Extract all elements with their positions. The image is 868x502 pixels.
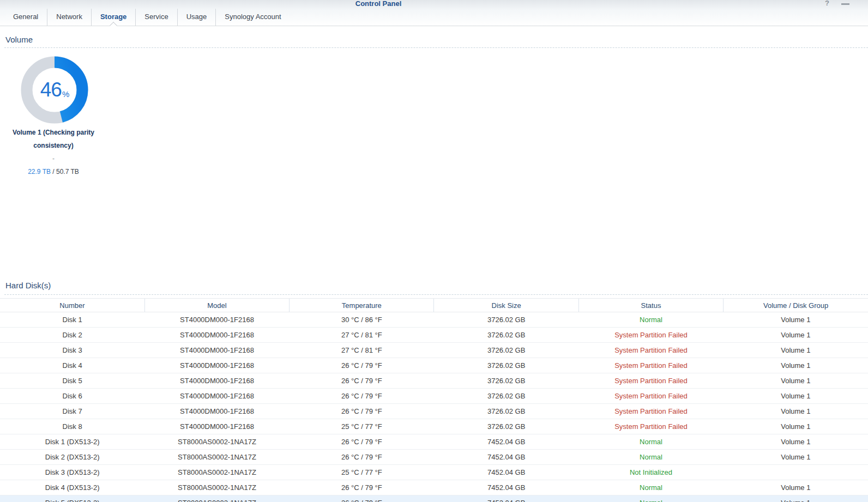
help-icon[interactable]: ? xyxy=(825,0,829,8)
disk-number: Disk 1 xyxy=(0,312,144,328)
disk-row[interactable]: Disk 5 ST4000DM000-1F2168 26 °C / 79 °F … xyxy=(0,373,868,389)
disk-row[interactable]: Disk 1 (DX513-2) ST8000AS0002-1NA17Z 26 … xyxy=(0,434,868,450)
disk-temperature: 26 °C / 79 °F xyxy=(290,450,434,465)
window-title: Control Panel xyxy=(355,0,402,8)
disk-number: Disk 4 (DX513-2) xyxy=(0,480,144,495)
disk-volume-group: Volume 1 xyxy=(724,434,868,450)
column-header-disk-size[interactable]: Disk Size xyxy=(434,299,578,312)
disk-size: 7452.04 GB xyxy=(434,465,578,480)
disk-status: System Partition Failed xyxy=(578,343,723,358)
disk-size: 3726.02 GB xyxy=(434,404,578,419)
disk-temperature: 26 °C / 79 °F xyxy=(290,373,434,389)
disk-status: Normal xyxy=(578,480,723,495)
disk-temperature: 30 °C / 86 °F xyxy=(290,312,434,328)
disk-number: Disk 6 xyxy=(0,389,144,404)
disk-number: Disk 2 (DX513-2) xyxy=(0,450,144,465)
disk-number: Disk 5 xyxy=(0,373,144,389)
disk-size: 7452.04 GB xyxy=(434,480,578,495)
tab-general[interactable]: General xyxy=(4,9,47,26)
disk-status: System Partition Failed xyxy=(578,419,723,434)
disk-size: 3726.02 GB xyxy=(434,419,578,434)
disk-size: 3726.02 GB xyxy=(434,343,578,358)
control-panel-window: Control Panel ? General Network Storage … xyxy=(0,0,868,502)
disk-row[interactable]: Disk 8 ST4000DM000-1F2168 25 °C / 77 °F … xyxy=(0,419,868,434)
disk-row[interactable]: Disk 5 (DX513-2) ST8000AS0002-1NA17Z 26 … xyxy=(0,495,868,502)
disk-temperature: 26 °C / 79 °F xyxy=(290,434,434,450)
tab-network[interactable]: Network xyxy=(47,9,91,26)
disk-row[interactable]: Disk 1 ST4000DM000-1F2168 30 °C / 86 °F … xyxy=(0,312,868,328)
volume-section-title: Volume xyxy=(5,35,868,44)
volume-name: Volume 1 (Checking parity consistency) xyxy=(4,126,103,152)
tab-bar: General Network Storage Service Usage Sy… xyxy=(4,9,290,26)
window-titlebar: Control Panel ? xyxy=(0,0,868,9)
disk-model: ST4000DM000-1F2168 xyxy=(144,404,289,419)
tab-storage[interactable]: Storage xyxy=(91,9,135,26)
volume-usage-donut: 46 % xyxy=(21,56,88,124)
disk-temperature: 25 °C / 77 °F xyxy=(290,465,434,480)
disk-size: 3726.02 GB xyxy=(434,389,578,404)
table-header: Number Model Temperature Disk Size Statu… xyxy=(0,299,868,312)
disk-row[interactable]: Disk 2 ST4000DM000-1F2168 27 °C / 81 °F … xyxy=(0,328,868,343)
disk-row[interactable]: Disk 4 ST4000DM000-1F2168 26 °C / 79 °F … xyxy=(0,358,868,373)
volume-capacity-separator: / xyxy=(51,168,56,176)
disk-number: Disk 8 xyxy=(0,419,144,434)
disk-model: ST8000AS0002-1NA17Z xyxy=(144,480,289,495)
tab-service[interactable]: Service xyxy=(135,9,177,26)
disk-volume-group: Volume 1 xyxy=(724,328,868,343)
disk-status: System Partition Failed xyxy=(578,328,723,343)
minimize-icon[interactable] xyxy=(841,3,849,5)
disk-volume-group: Volume 1 xyxy=(724,404,868,419)
disk-size: 3726.02 GB xyxy=(434,358,578,373)
tab-usage[interactable]: Usage xyxy=(177,9,216,26)
disk-size: 7452.04 GB xyxy=(434,450,578,465)
disk-model: ST4000DM000-1F2168 xyxy=(144,419,289,434)
disk-temperature: 25 °C / 77 °F xyxy=(290,419,434,434)
disk-number: Disk 2 xyxy=(0,328,144,343)
section-divider xyxy=(4,47,868,48)
disk-volume-group: Volume 1 xyxy=(724,495,868,502)
disk-volume-group: Volume 1 xyxy=(724,480,868,495)
disk-temperature: 26 °C / 79 °F xyxy=(290,495,434,502)
disk-row[interactable]: Disk 7 ST4000DM000-1F2168 26 °C / 79 °F … xyxy=(0,404,868,419)
volume-total: 50.7 TB xyxy=(56,168,79,176)
disk-status: System Partition Failed xyxy=(578,389,723,404)
volume-placeholder: - xyxy=(0,152,107,165)
disk-status: Normal xyxy=(578,495,723,502)
hard-disks-table: Number Model Temperature Disk Size Statu… xyxy=(0,298,868,502)
disk-row[interactable]: Disk 6 ST4000DM000-1F2168 26 °C / 79 °F … xyxy=(0,389,868,404)
volume-card[interactable]: 46 % Volume 1 (Checking parity consisten… xyxy=(0,56,868,273)
disk-temperature: 27 °C / 81 °F xyxy=(290,328,434,343)
disk-status: Normal xyxy=(578,450,723,465)
section-divider xyxy=(4,294,868,295)
disk-model: ST4000DM000-1F2168 xyxy=(144,389,289,404)
column-header-temperature[interactable]: Temperature xyxy=(290,299,434,312)
disk-status: Not Initialized xyxy=(578,465,723,480)
column-header-model[interactable]: Model xyxy=(144,299,289,312)
disk-number: Disk 4 xyxy=(0,358,144,373)
volume-capacity: 22.9 TB / 50.7 TB xyxy=(0,165,107,178)
disk-status: System Partition Failed xyxy=(578,404,723,419)
tab-synology-account[interactable]: Synology Account xyxy=(215,9,290,26)
disk-size: 3726.02 GB xyxy=(434,312,578,328)
disk-temperature: 26 °C / 79 °F xyxy=(290,358,434,373)
disk-temperature: 27 °C / 81 °F xyxy=(290,343,434,358)
column-header-volume-disk-group[interactable]: Volume / Disk Group xyxy=(724,299,868,312)
disk-temperature: 26 °C / 79 °F xyxy=(290,404,434,419)
window-header: Control Panel ? General Network Storage … xyxy=(0,0,868,26)
disk-row[interactable]: Disk 3 (DX513-2) ST8000AS0002-1NA17Z 25 … xyxy=(0,465,868,480)
disk-model: ST4000DM000-1F2168 xyxy=(144,328,289,343)
disk-size: 7452.04 GB xyxy=(434,434,578,450)
disk-volume-group: Volume 1 xyxy=(724,343,868,358)
disk-row[interactable]: Disk 2 (DX513-2) ST8000AS0002-1NA17Z 26 … xyxy=(0,450,868,465)
disk-row[interactable]: Disk 3 ST4000DM000-1F2168 27 °C / 81 °F … xyxy=(0,343,868,358)
disk-model: ST8000AS0002-1NA17Z xyxy=(144,434,289,450)
disk-number: Disk 7 xyxy=(0,404,144,419)
disk-number: Disk 3 (DX513-2) xyxy=(0,465,144,480)
disk-status: System Partition Failed xyxy=(578,373,723,389)
disk-model: ST4000DM000-1F2168 xyxy=(144,358,289,373)
volume-used: 22.9 TB xyxy=(28,168,51,176)
disk-volume-group: Volume 1 xyxy=(724,389,868,404)
column-header-status[interactable]: Status xyxy=(578,299,723,312)
disk-row[interactable]: Disk 4 (DX513-2) ST8000AS0002-1NA17Z 26 … xyxy=(0,480,868,495)
column-header-number[interactable]: Number xyxy=(0,299,144,312)
